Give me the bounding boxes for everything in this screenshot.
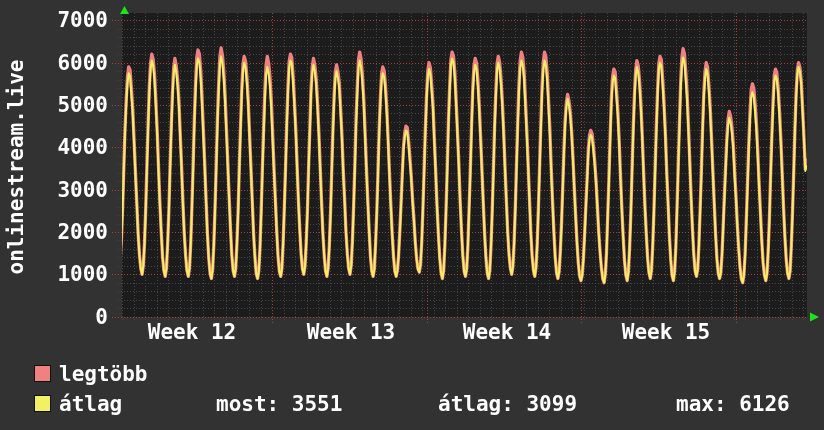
y-axis-tick-label: 2000 bbox=[36, 221, 108, 243]
graph-panel: onlinestream.live 7000600050004000300020… bbox=[0, 0, 824, 430]
x-axis-tick-label: Week 14 bbox=[427, 321, 587, 343]
stat-most-value: 3551 bbox=[292, 392, 343, 416]
stat-avg-value: 3099 bbox=[526, 392, 577, 416]
stat-max: max:6126 bbox=[676, 393, 790, 415]
y-axis-tick-label: 1000 bbox=[36, 263, 108, 285]
stat-avg-label: átlag: bbox=[438, 392, 514, 416]
graph-title-vertical: onlinestream.live bbox=[4, 59, 28, 275]
y-axis-tick-label: 3000 bbox=[36, 179, 108, 201]
stat-max-value: 6126 bbox=[739, 392, 790, 416]
stat-max-label: max: bbox=[676, 392, 727, 416]
y-axis-tick-label: 5000 bbox=[36, 94, 108, 116]
y-axis-tick-label: 6000 bbox=[36, 52, 108, 74]
legend-label-atlag: átlag bbox=[59, 393, 122, 415]
legend-swatch-legtobb bbox=[34, 365, 51, 382]
stat-avg: átlag:3099 bbox=[438, 393, 577, 415]
x-axis-tick-label: Week 13 bbox=[271, 321, 431, 343]
x-axis-tick-label: Week 15 bbox=[586, 321, 746, 343]
legend-label-legtobb: legtöbb bbox=[59, 363, 148, 385]
y-axis-tick-label: 0 bbox=[36, 306, 108, 328]
y-axis-tick-label: 4000 bbox=[36, 136, 108, 158]
stat-most-label: most: bbox=[216, 392, 279, 416]
stat-most: most:3551 bbox=[216, 393, 342, 415]
x-axis-tick-label: Week 12 bbox=[112, 321, 272, 343]
y-axis-tick-label: 7000 bbox=[36, 9, 108, 31]
legend-swatch-atlag bbox=[34, 395, 51, 412]
